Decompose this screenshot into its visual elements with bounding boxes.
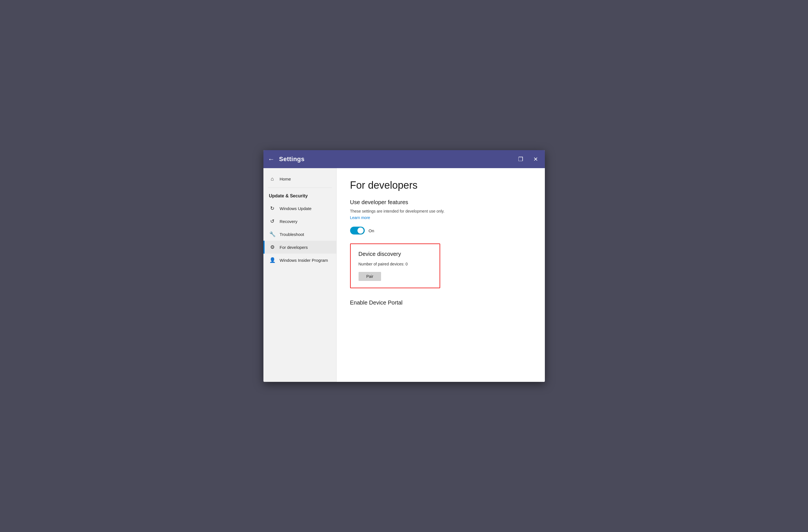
home-icon: ⌂ [269,176,276,182]
sidebar-item-label: Recovery [280,219,297,224]
wrench-icon: 🔧 [269,231,276,237]
close-button[interactable]: ✕ [531,155,540,164]
sidebar-separator [268,188,332,188]
section1-title: Use developer features [350,199,531,206]
sidebar-item-for-developers[interactable]: ⚙ For developers [263,241,336,254]
enable-device-portal-title: Enable Device Portal [350,300,531,306]
sidebar: ⌂ Home Update & Security ↻ Windows Updat… [263,168,336,382]
sidebar-item-label: Home [280,176,291,182]
sidebar-item-windows-insider[interactable]: 👤 Windows Insider Program [263,254,336,267]
titlebar-title: Settings [279,155,305,163]
person-icon: 👤 [269,257,276,263]
device-discovery-box: Device discovery Number of paired device… [350,244,440,288]
main-layout: ⌂ Home Update & Security ↻ Windows Updat… [263,168,545,382]
sidebar-item-home[interactable]: ⌂ Home [263,173,336,185]
device-discovery-title: Device discovery [359,251,432,257]
titlebar: ← Settings ❐ ✕ [263,150,545,168]
page-title: For developers [350,179,531,191]
paired-devices-label: Number of paired devices: 0 [359,262,432,266]
minimize-button[interactable]: ❐ [516,155,526,164]
sidebar-item-label: Windows Update [280,206,312,211]
settings-window: ← Settings ❐ ✕ ⌂ Home Update & Security … [263,150,545,382]
toggle-label: On [369,228,374,233]
sidebar-item-troubleshoot[interactable]: 🔧 Troubleshoot [263,228,336,241]
refresh-icon: ↻ [269,205,276,211]
sidebar-item-label: Windows Insider Program [280,258,328,263]
learn-more-link[interactable]: Learn more [350,215,370,220]
sidebar-item-label: Troubleshoot [280,232,304,237]
sidebar-item-label: For developers [280,245,308,250]
toggle-knob [357,227,364,234]
sidebar-item-update-security[interactable]: Update & Security [263,190,336,202]
back-button[interactable]: ← [268,156,275,163]
developer-mode-toggle-row: On [350,227,531,234]
recovery-icon: ↺ [269,218,276,224]
sliders-icon: ⚙ [269,244,276,250]
pair-button[interactable]: Pair [359,272,381,281]
window-controls: ❐ ✕ [516,155,540,164]
content-area: For developers Use developer features Th… [336,168,545,382]
sidebar-item-label: Update & Security [269,193,308,198]
sidebar-item-recovery[interactable]: ↺ Recovery [263,215,336,228]
sidebar-item-windows-update[interactable]: ↻ Windows Update [263,202,336,215]
developer-mode-toggle[interactable] [350,227,365,234]
section1-desc: These settings are intended for developm… [350,209,531,213]
